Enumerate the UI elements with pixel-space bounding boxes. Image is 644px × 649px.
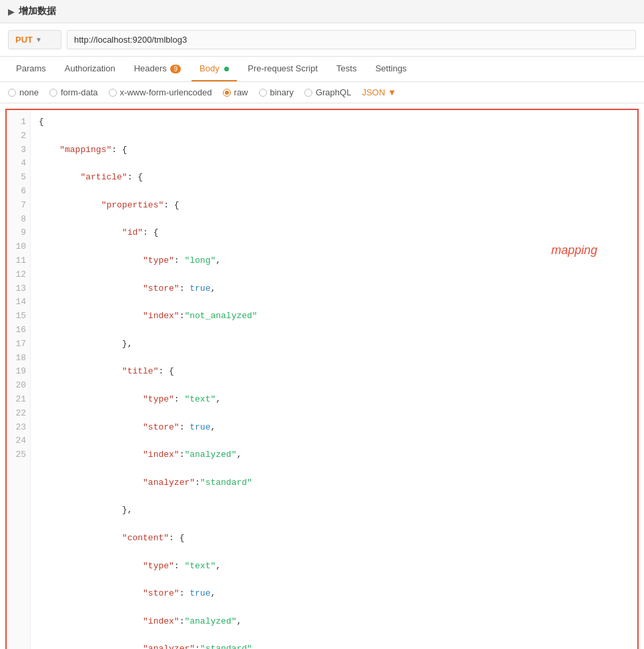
json-dropdown-arrow-icon: ▼: [388, 87, 396, 97]
tab-params[interactable]: Params: [8, 57, 54, 81]
tab-headers[interactable]: Headers 9: [126, 57, 189, 81]
option-x-www[interactable]: x-www-form-urlencoded: [109, 87, 212, 97]
option-binary[interactable]: binary: [259, 87, 294, 97]
tab-body[interactable]: Body: [192, 57, 237, 81]
radio-binary: [259, 89, 267, 97]
request-body-editor: 12345 678910 1112131415 1617181920 21222…: [5, 109, 639, 649]
tab-settings[interactable]: Settings: [367, 57, 414, 81]
option-raw[interactable]: raw: [223, 87, 248, 97]
code-display[interactable]: { "mappings": { "article": { "properties…: [31, 110, 637, 649]
radio-x-www: [109, 89, 117, 97]
option-graphql[interactable]: GraphQL: [304, 87, 351, 97]
radio-none: [8, 89, 16, 97]
json-type-label: JSON: [362, 87, 385, 97]
page-title: 增加数据: [19, 5, 56, 17]
body-dot-icon: [224, 67, 229, 71]
line-numbers: 12345 678910 1112131415 1617181920 21222…: [7, 110, 31, 649]
option-form-data[interactable]: form-data: [49, 87, 98, 97]
top-bar: ▶ 增加数据: [0, 0, 644, 23]
headers-badge: 9: [170, 65, 181, 73]
expand-arrow-icon[interactable]: ▶: [8, 7, 15, 17]
tab-tests[interactable]: Tests: [328, 57, 364, 81]
json-type-selector[interactable]: JSON ▼: [362, 87, 396, 97]
request-tabs: Params Authorization Headers 9 Body Pre-…: [0, 57, 644, 82]
method-label: PUT: [15, 35, 33, 45]
method-selector[interactable]: PUT ▼: [8, 30, 61, 49]
tab-pre-request[interactable]: Pre-request Script: [240, 57, 326, 81]
body-options: none form-data x-www-form-urlencoded raw…: [0, 82, 644, 103]
radio-form-data: [49, 89, 57, 97]
radio-graphql: [304, 89, 312, 97]
radio-raw: [223, 89, 231, 97]
dropdown-arrow-icon: ▼: [35, 36, 42, 43]
option-none[interactable]: none: [8, 87, 39, 97]
request-bar: PUT ▼: [0, 23, 644, 57]
url-input[interactable]: [67, 30, 636, 49]
tab-authorization[interactable]: Authorization: [57, 57, 123, 81]
